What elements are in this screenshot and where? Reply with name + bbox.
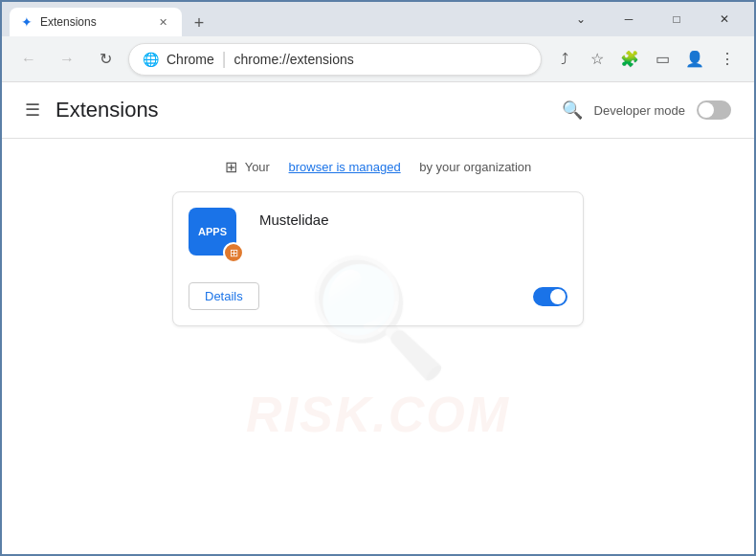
forward-button[interactable]: → — [52, 44, 82, 75]
browser-name: Chrome — [167, 52, 214, 67]
hamburger-menu-button[interactable]: ☰ — [25, 100, 40, 121]
grid-icon: ⊞ — [225, 158, 237, 176]
extension-toggle[interactable] — [533, 287, 567, 306]
new-tab-button[interactable]: + — [186, 10, 212, 36]
developer-mode-toggle[interactable] — [697, 100, 731, 120]
header-right: 🔍 Developer mode — [562, 100, 731, 121]
badge-icon: ⊞ — [230, 247, 238, 259]
address-bar[interactable]: 🌐 Chrome | chrome://extensions — [128, 43, 542, 76]
extensions-header: ☰ Extensions 🔍 Developer mode — [2, 82, 754, 139]
page-content: ☰ Extensions 🔍 Developer mode 🔍 RISK.COM… — [2, 82, 754, 554]
share-button[interactable]: ⤴ — [549, 44, 580, 75]
profile-button[interactable]: 👤 — [679, 44, 710, 75]
address-divider: | — [222, 49, 227, 69]
url-display: chrome://extensions — [233, 52, 353, 67]
minimize-button[interactable]: ─ — [607, 5, 651, 33]
tab-puzzle-icon: ✦ — [21, 14, 33, 30]
extension-card: APPS ⊞ Mustelidae Details — [172, 191, 584, 326]
managed-text-after: by your organization — [419, 160, 531, 174]
window-controls: ⌄ ─ □ ✕ — [559, 5, 746, 33]
tab-title: Extensions — [40, 15, 97, 29]
active-tab[interactable]: ✦ Extensions ✕ — [10, 8, 182, 36]
page-title: Extensions — [56, 98, 159, 122]
extension-icon-wrapper: APPS ⊞ — [189, 208, 244, 263]
restore-down-button[interactable]: ⌄ — [559, 5, 603, 33]
site-icon: 🌐 — [143, 52, 159, 67]
apps-label: APPS — [198, 226, 227, 237]
reading-mode-button[interactable]: ▭ — [647, 44, 678, 75]
extension-name: Mustelidae — [259, 208, 329, 228]
managed-notice: ⊞ Your browser is managed by your organi… — [25, 158, 731, 176]
search-button[interactable]: 🔍 — [562, 100, 583, 121]
back-button[interactable]: ← — [13, 44, 44, 75]
reload-button[interactable]: ↻ — [90, 44, 121, 75]
menu-button[interactable]: ⋮ — [712, 44, 743, 75]
extension-card-bottom: Details — [189, 282, 567, 310]
nav-bar: ← → ↻ 🌐 Chrome | chrome://extensions ⤴ ☆… — [2, 36, 754, 82]
nav-actions: ⤴ ☆ 🧩 ▭ 👤 ⋮ — [549, 44, 743, 75]
main-area: 🔍 RISK.COM ⊞ Your browser is managed by … — [2, 139, 754, 554]
extensions-button[interactable]: 🧩 — [614, 44, 645, 75]
extension-card-top: APPS ⊞ Mustelidae — [189, 208, 567, 263]
close-button[interactable]: ✕ — [702, 5, 746, 33]
developer-mode-label: Developer mode — [594, 103, 685, 118]
extension-icon-badge: ⊞ — [223, 242, 244, 263]
bookmark-button[interactable]: ☆ — [582, 44, 612, 75]
managed-link[interactable]: browser is managed — [289, 160, 401, 174]
title-bar: ✦ Extensions ✕ + ⌄ ─ □ ✕ — [2, 2, 754, 36]
managed-text-before: Your — [245, 160, 270, 174]
details-button[interactable]: Details — [189, 282, 259, 310]
tab-area: ✦ Extensions ✕ + — [10, 2, 551, 36]
maximize-button[interactable]: □ — [655, 5, 699, 33]
tab-close-button[interactable]: ✕ — [155, 14, 170, 30]
watermark-text: RISK.COM — [246, 386, 510, 443]
